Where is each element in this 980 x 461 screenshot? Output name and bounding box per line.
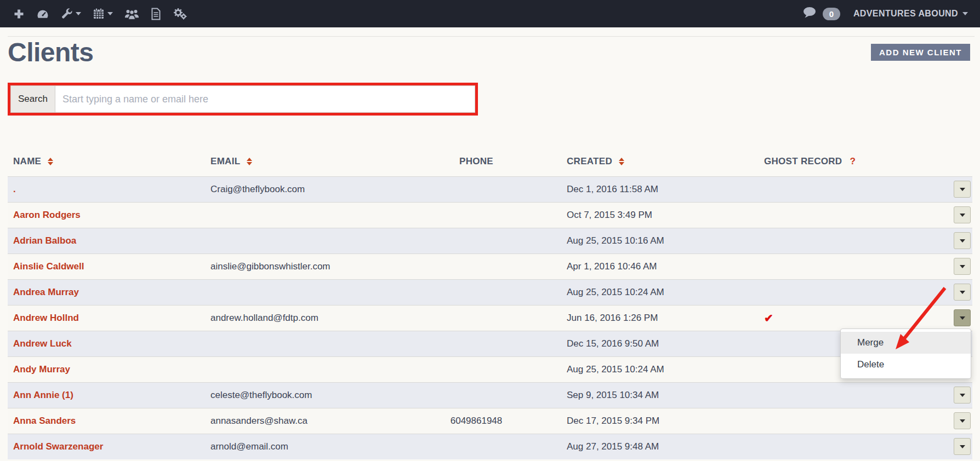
settings-icon[interactable]	[172, 5, 188, 22]
client-email	[210, 356, 386, 382]
dashboard-icon[interactable]	[35, 6, 50, 22]
chat-icon[interactable]	[802, 7, 817, 21]
client-email: Craig@theflybook.com	[210, 176, 386, 202]
sort-icon[interactable]	[247, 158, 252, 165]
sort-icon[interactable]	[48, 158, 53, 165]
chevron-down-icon	[960, 419, 965, 423]
table-row: Adrian Balboa Aug 25, 2015 10:16 AM	[8, 228, 972, 253]
row-actions-dropdown-button[interactable]	[954, 387, 971, 404]
client-created: Oct 7, 2015 3:49 PM	[567, 202, 762, 228]
tools-icon[interactable]	[60, 5, 82, 22]
client-phone	[386, 434, 567, 459]
client-name-link[interactable]: Arnold Swarzenager	[13, 441, 103, 452]
row-actions-dropdown-button[interactable]	[954, 284, 971, 301]
client-email: celeste@theflybook.com	[210, 382, 386, 408]
notification-count-badge[interactable]: 0	[823, 8, 840, 20]
client-phone	[386, 305, 567, 331]
client-created: Jun 16, 2016 1:26 PM	[567, 305, 762, 331]
search-input[interactable]	[55, 85, 475, 113]
client-name-link[interactable]: Aaron Rodgers	[13, 210, 81, 220]
table-row: Andrew Hollnd andrew.holland@fdtp.com Ju…	[8, 305, 972, 331]
client-email	[210, 279, 386, 305]
client-created: Aug 27, 2015 9:48 AM	[567, 434, 762, 459]
client-phone	[386, 176, 567, 202]
client-email: andrew.holland@fdtp.com	[210, 305, 386, 331]
table-row: Ann Annie (1) celeste@theflybook.com Sep…	[8, 382, 972, 408]
account-menu[interactable]: ADVENTURES ABOUND	[853, 9, 968, 19]
row-actions-dropdown-button[interactable]	[954, 206, 971, 223]
column-header-created[interactable]: CREATED	[567, 147, 762, 176]
column-header-phone: PHONE	[386, 147, 567, 176]
divider	[8, 36, 975, 37]
client-name-link[interactable]: .	[13, 184, 16, 194]
chevron-down-icon	[107, 12, 113, 15]
client-created: Aug 25, 2015 10:24 AM	[567, 356, 762, 382]
add-icon[interactable]	[12, 6, 26, 22]
row-actions-dropdown-button[interactable]	[954, 438, 971, 455]
client-phone	[386, 253, 567, 279]
table-row: Anna Sanders annasanders@shaw.ca 6049861…	[8, 408, 972, 434]
chevron-down-icon	[960, 214, 965, 217]
client-created: Sep 9, 2015 10:34 AM	[567, 382, 762, 408]
chevron-down-icon	[962, 12, 968, 15]
client-name-link[interactable]: Ann Annie (1)	[13, 390, 73, 400]
client-email: annasanders@shaw.ca	[210, 408, 386, 434]
client-email	[210, 331, 386, 356]
client-created: Apr 1, 2016 10:46 AM	[567, 253, 762, 279]
account-name: ADVENTURES ABOUND	[853, 9, 958, 19]
chevron-down-icon	[960, 239, 965, 243]
client-name-link[interactable]: Andrea Murray	[13, 287, 79, 297]
page-title: Clients	[8, 37, 94, 67]
client-name-link[interactable]: Ainslie Caldwell	[13, 261, 84, 272]
client-created: Aug 25, 2015 10:16 AM	[567, 228, 762, 253]
column-header-email[interactable]: EMAIL	[210, 147, 386, 176]
chevron-down-icon	[960, 265, 965, 268]
column-header-name[interactable]: NAME	[8, 147, 210, 176]
row-actions-dropdown-button[interactable]	[954, 412, 971, 429]
client-name-link[interactable]: Adrian Balboa	[13, 235, 76, 246]
table-row: Andrea Murray Aug 25, 2015 10:24 AM	[8, 279, 972, 305]
client-phone	[386, 331, 567, 356]
documents-icon[interactable]	[150, 5, 162, 22]
client-name-link[interactable]: Anna Sanders	[13, 416, 76, 426]
row-actions-dropdown-button[interactable]	[954, 181, 971, 198]
row-actions-dropdown-button-open[interactable]	[954, 309, 971, 326]
chevron-down-icon	[960, 291, 965, 294]
table-row: Aaron Rodgers Oct 7, 2015 3:49 PM	[8, 202, 972, 228]
table-row: Andrew Luck Dec 15, 2016 9:50 AM	[8, 331, 972, 356]
chevron-down-icon	[960, 394, 965, 397]
client-created: Aug 25, 2015 10:24 AM	[567, 279, 762, 305]
client-phone	[386, 202, 567, 228]
row-actions-dropdown-button[interactable]	[954, 232, 971, 249]
table-row: Ainslie Caldwell ainslie@gibbonswhistler…	[8, 253, 972, 279]
client-phone	[386, 382, 567, 408]
table-row: . Craig@theflybook.com Dec 1, 2016 11:58…	[8, 176, 972, 202]
add-new-client-button[interactable]: ADD NEW CLIENT	[871, 44, 970, 61]
client-phone: 6049861948	[386, 408, 567, 434]
column-header-ghost-record: GHOST RECORD ?	[762, 147, 932, 176]
client-email	[210, 202, 386, 228]
client-name-link[interactable]: Andrew Luck	[13, 338, 72, 349]
clients-table: NAME EMAIL PHONE CREATED GHOST RECORD ? …	[8, 147, 972, 459]
calendar-icon[interactable]	[92, 5, 114, 22]
client-phone	[386, 228, 567, 253]
chevron-down-icon	[76, 12, 81, 15]
client-email: ainslie@gibbonswhistler.com	[210, 253, 386, 279]
table-row: Arnold Swarzenager arnold@email.com Aug …	[8, 434, 972, 459]
menu-item-merge[interactable]: Merge	[841, 332, 971, 354]
clients-icon[interactable]	[123, 6, 140, 22]
ghost-record-check-icon: ✔	[764, 312, 773, 324]
sort-icon[interactable]	[619, 158, 624, 165]
client-name-link[interactable]: Andy Murray	[13, 364, 70, 374]
client-phone	[386, 279, 567, 305]
client-name-link[interactable]: Andrew Hollnd	[13, 313, 79, 323]
chevron-down-icon	[960, 316, 965, 320]
chevron-down-icon	[960, 445, 965, 448]
table-header-row: NAME EMAIL PHONE CREATED GHOST RECORD ?	[8, 147, 972, 176]
top-navbar: 0 ADVENTURES ABOUND	[0, 0, 980, 27]
row-actions-menu: Merge Delete	[840, 329, 971, 379]
menu-item-delete[interactable]: Delete	[841, 354, 971, 376]
row-actions-dropdown-button[interactable]	[954, 258, 971, 275]
search-label: Search	[10, 85, 55, 113]
help-icon[interactable]: ?	[850, 156, 856, 166]
